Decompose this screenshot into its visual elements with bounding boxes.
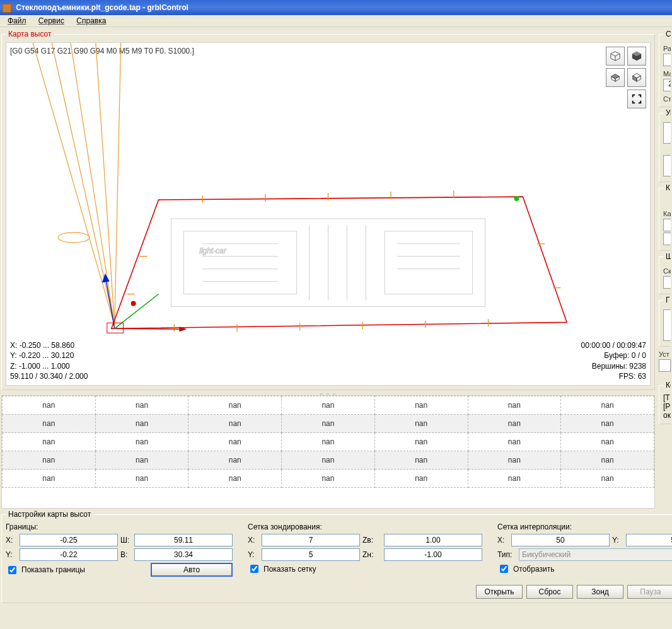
svg-line-22 bbox=[115, 294, 159, 329]
table-cell[interactable]: nan bbox=[188, 433, 282, 451]
table-cell[interactable]: nan bbox=[282, 396, 375, 415]
viewport-canvas: light-car bbox=[6, 43, 650, 385]
table-cell[interactable]: nan bbox=[188, 396, 282, 415]
heightmap-data-table[interactable]: nannannannannannannannannannannannannann… bbox=[1, 395, 655, 509]
table-cell[interactable]: nan bbox=[95, 415, 188, 433]
viewport-3d[interactable]: [G0 G54 G17 G21 G90 G94 M0 M5 M9 T0 F0. … bbox=[6, 42, 651, 386]
table-cell[interactable]: nan bbox=[374, 470, 468, 488]
table-cell[interactable]: nan bbox=[95, 470, 188, 488]
svg-line-20 bbox=[105, 275, 115, 329]
table-cell[interactable]: nan bbox=[561, 396, 654, 415]
view-front-button[interactable] bbox=[627, 68, 646, 87]
probe-section: Сетка зондирования: X: Zв: Y: Zн: Показа… bbox=[248, 522, 482, 579]
table-cell[interactable]: nan bbox=[95, 451, 188, 470]
svg-marker-36 bbox=[633, 76, 637, 81]
svg-marker-32 bbox=[611, 74, 620, 79]
table-cell[interactable]: nan bbox=[561, 415, 654, 433]
interp-type-select[interactable]: Бикубический bbox=[519, 548, 672, 561]
table-cell[interactable]: nan bbox=[282, 470, 375, 488]
heightmap-group: Карта высот [G0 G54 G17 G21 G90 G94 M0 M… bbox=[1, 30, 655, 390]
table-cell[interactable]: nan bbox=[468, 396, 561, 415]
svg-text:light-car: light-car bbox=[199, 246, 226, 255]
view-iso-button[interactable] bbox=[606, 47, 625, 66]
svg-line-28 bbox=[615, 54, 620, 56]
bounds-w-input[interactable] bbox=[134, 534, 233, 546]
interp-x-input[interactable] bbox=[511, 534, 610, 546]
table-cell[interactable]: nan bbox=[374, 396, 468, 415]
viewport-stats: 00:00:00 / 00:09:47 Буфер: 0 / 0 Вершины… bbox=[581, 340, 646, 381]
view-iso-solid-button[interactable] bbox=[627, 47, 646, 66]
table-cell[interactable]: nan bbox=[561, 470, 654, 488]
table-cell[interactable]: nan bbox=[282, 415, 375, 433]
probe-zt-input[interactable] bbox=[384, 534, 482, 546]
menu-service[interactable]: Сервис bbox=[33, 15, 69, 26]
show-bounds-checkbox[interactable] bbox=[8, 566, 16, 574]
table-cell[interactable]: nan bbox=[3, 451, 96, 470]
table-cell[interactable]: nan bbox=[282, 451, 375, 470]
svg-point-0 bbox=[58, 233, 90, 243]
svg-line-27 bbox=[611, 54, 615, 56]
table-cell[interactable]: nan bbox=[468, 470, 561, 488]
viewport-coords: X: -0.250 ... 58.860 Y: -0.220 ... 30.12… bbox=[10, 340, 88, 381]
svg-marker-1 bbox=[112, 197, 567, 328]
bounds-x-input[interactable] bbox=[20, 534, 118, 546]
table-cell[interactable]: nan bbox=[374, 433, 468, 451]
menu-file[interactable]: Файл bbox=[3, 15, 32, 26]
view-fit-button[interactable] bbox=[627, 89, 646, 108]
bounds-h-input[interactable] bbox=[134, 548, 233, 561]
svg-marker-19 bbox=[179, 326, 187, 332]
table-cell[interactable]: nan bbox=[468, 415, 561, 433]
table-cell[interactable]: nan bbox=[188, 415, 282, 433]
bounds-y-input[interactable] bbox=[20, 548, 118, 561]
pause-button[interactable]: Пауза bbox=[627, 585, 672, 599]
view-top-button[interactable] bbox=[606, 68, 625, 87]
auto-button[interactable]: Авто bbox=[151, 563, 233, 577]
bounds-section: Границы: X: Ш: Y: В: Показать границы bbox=[6, 522, 233, 579]
window-title: Стеклоподъемники.plt_gcode.tap - grblCon… bbox=[16, 3, 188, 12]
gcode-preview-line: [G0 G54 G17 G21 G90 G94 M0 M5 M9 T0 F0. … bbox=[10, 47, 194, 55]
table-cell[interactable]: nan bbox=[95, 396, 188, 415]
probe-x-input[interactable] bbox=[262, 534, 360, 546]
probe-button[interactable]: Зонд bbox=[577, 585, 623, 599]
table-cell[interactable]: nan bbox=[374, 415, 468, 433]
show-interp-checkbox[interactable] bbox=[500, 565, 508, 573]
table-cell[interactable]: nan bbox=[95, 433, 188, 451]
table-cell[interactable]: nan bbox=[188, 451, 282, 470]
menu-help[interactable]: Справка bbox=[71, 15, 111, 26]
table-cell[interactable]: nan bbox=[3, 396, 96, 415]
titlebar: Стеклоподъемники.plt_gcode.tap - grblCon… bbox=[0, 0, 672, 15]
svg-marker-21 bbox=[102, 274, 110, 283]
open-button[interactable]: Открыть bbox=[476, 585, 523, 599]
reset-button[interactable]: Сброс bbox=[526, 585, 573, 599]
svg-point-24 bbox=[131, 301, 136, 306]
menubar: Файл Сервис Справка bbox=[0, 15, 672, 27]
table-cell[interactable]: nan bbox=[3, 433, 96, 451]
heightmap-settings-group: Настройки карты высот Границы: X: Ш: Y: … bbox=[1, 510, 672, 603]
interp-section: Сетка интерполяции: X: Y: Тип: Бикубичес… bbox=[497, 522, 672, 579]
svg-marker-37 bbox=[637, 76, 640, 81]
probe-zb-input[interactable] bbox=[384, 548, 482, 561]
svg-rect-23 bbox=[107, 323, 124, 333]
show-probe-grid-checkbox[interactable] bbox=[250, 565, 258, 573]
table-cell[interactable]: nan bbox=[468, 451, 561, 470]
table-cell[interactable]: nan bbox=[282, 433, 375, 451]
table-cell[interactable]: nan bbox=[3, 470, 96, 488]
interp-y-input[interactable] bbox=[626, 534, 672, 546]
table-cell[interactable]: nan bbox=[468, 433, 561, 451]
table-cell[interactable]: nan bbox=[3, 415, 96, 433]
svg-line-18 bbox=[115, 328, 185, 329]
table-cell[interactable]: nan bbox=[561, 433, 654, 451]
svg-point-25 bbox=[514, 196, 519, 201]
probe-y-input[interactable] bbox=[262, 548, 360, 561]
table-cell[interactable]: nan bbox=[561, 451, 654, 470]
app-icon bbox=[3, 4, 11, 13]
table-cell[interactable]: nan bbox=[374, 451, 468, 470]
settings-legend: Настройки карты высот bbox=[6, 510, 93, 519]
table-cell[interactable]: nan bbox=[188, 470, 282, 488]
heightmap-legend: Карта высот bbox=[6, 30, 54, 38]
